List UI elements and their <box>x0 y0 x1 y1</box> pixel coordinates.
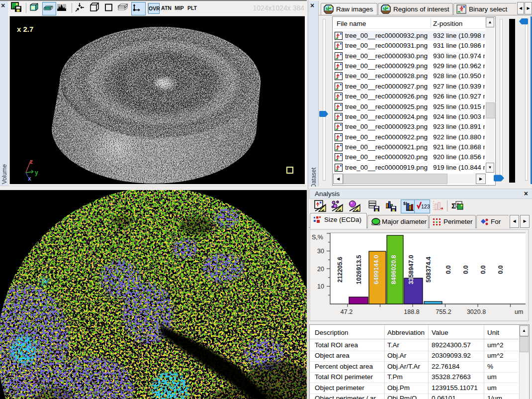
svg-text:8496020.8: 8496020.8 <box>390 255 397 284</box>
svg-text:30: 30 <box>317 248 324 255</box>
svg-text:x: x <box>28 175 31 182</box>
svg-text:Σ: Σ <box>451 201 456 210</box>
svg-text:755.2: 755.2 <box>436 308 451 315</box>
svg-text:0.0: 0.0 <box>497 265 504 274</box>
svg-text:47.2: 47.2 <box>341 308 353 315</box>
svg-text:0.0: 0.0 <box>445 265 452 274</box>
svg-text:123: 123 <box>421 203 430 209</box>
svg-text:y: y <box>35 169 38 176</box>
svg-text:0.0: 0.0 <box>480 265 487 274</box>
svg-text:0.0: 0.0 <box>462 265 469 274</box>
svg-text:6499144.0: 6499144.0 <box>373 255 380 284</box>
svg-text:212205.6: 212205.6 <box>337 257 344 283</box>
svg-text:S,%: S,% <box>312 234 323 241</box>
svg-text:z: z <box>30 158 33 165</box>
svg-text:20: 20 <box>317 266 324 273</box>
svg-text:10: 10 <box>317 283 324 290</box>
svg-text:508374.4: 508374.4 <box>425 257 432 283</box>
svg-text:3020.8: 3020.8 <box>467 308 486 315</box>
svg-text:188.8: 188.8 <box>404 308 419 315</box>
svg-text:$: $ <box>403 201 406 206</box>
svg-text:x 2.7: x 2.7 <box>17 25 33 33</box>
svg-text:um: um <box>515 308 523 315</box>
svg-text:1026913.5: 1026913.5 <box>355 255 362 284</box>
